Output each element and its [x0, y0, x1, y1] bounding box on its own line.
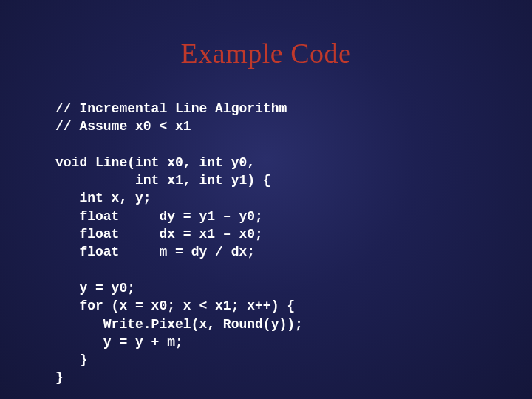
code-line: float dy = y1 – y0;	[55, 209, 263, 224]
code-line: int x1, int y1) {	[55, 173, 271, 188]
code-line: y = y0;	[55, 281, 135, 296]
code-line: float dx = x1 – x0;	[55, 227, 263, 242]
code-line: }	[55, 352, 87, 367]
code-line: float m = dy / dx;	[55, 245, 255, 259]
code-line: Write.Pixel(x, Round(y));	[55, 317, 303, 332]
code-line: }	[55, 370, 64, 385]
slide: Example Code // Incremental Line Algorit…	[0, 0, 532, 399]
code-line: void Line(int x0, int y0,	[55, 155, 255, 170]
code-line: // Incremental Line Algorithm	[55, 101, 287, 116]
code-line: for (x = x0; x < x1; x++) {	[55, 299, 295, 313]
slide-title: Example Code	[0, 37, 532, 69]
code-line: y = y + m;	[55, 335, 183, 349]
code-block: // Incremental Line Algorithm // Assume …	[55, 100, 303, 387]
code-line: // Assume x0 < x1	[55, 119, 191, 134]
code-line: int x, y;	[55, 191, 151, 205]
